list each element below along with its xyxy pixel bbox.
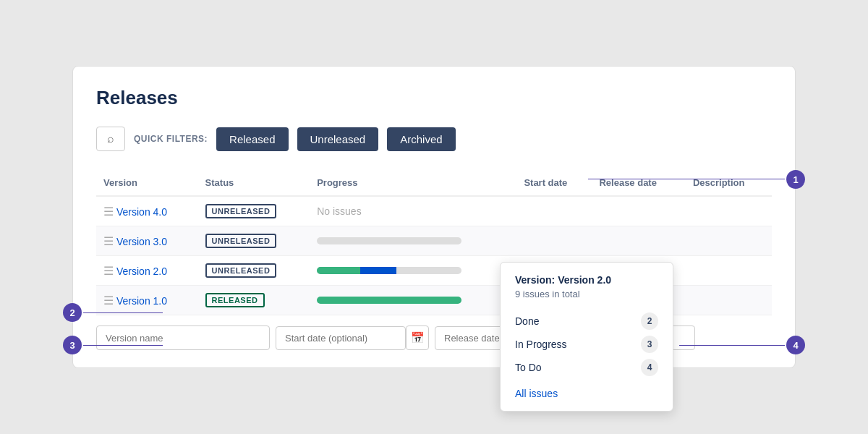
popup-stat-count: 2 xyxy=(641,312,658,330)
search-icon: ⌕ xyxy=(107,132,114,145)
popup-title: Version: Version 2.0 xyxy=(515,274,658,286)
filter-unreleased-button[interactable]: Unreleased xyxy=(297,127,379,151)
cell-release-date xyxy=(592,196,685,226)
progress-bar xyxy=(317,297,461,304)
cell-description xyxy=(686,226,772,256)
start-date-input[interactable] xyxy=(276,326,406,350)
annotation-2: 2 xyxy=(63,303,82,322)
annotation-line-3 xyxy=(83,345,163,346)
drag-handle-icon[interactable]: ☰ xyxy=(103,235,114,247)
version-link[interactable]: Version 2.0 xyxy=(116,265,167,277)
cell-start-date xyxy=(516,226,592,256)
progress-bar xyxy=(317,267,461,274)
filters-row: ⌕ QUICK FILTERS: Released Unreleased Arc… xyxy=(96,127,772,151)
drag-handle-icon[interactable]: ☰ xyxy=(103,265,114,277)
popup-stat-row: To Do4 xyxy=(515,356,658,379)
filter-released-button[interactable]: Released xyxy=(216,127,288,151)
version-name-input[interactable] xyxy=(96,326,270,350)
annotation-line-4 xyxy=(679,345,785,346)
main-card: Releases ⌕ QUICK FILTERS: Released Unrel… xyxy=(72,66,796,368)
progress-done xyxy=(317,267,360,274)
cell-release-date xyxy=(592,226,685,256)
cell-description xyxy=(686,196,772,226)
search-box[interactable]: ⌕ xyxy=(96,127,125,151)
table-row: ☰Version 4.0UNRELEASEDNo issues xyxy=(96,196,772,226)
progress-bar xyxy=(317,237,461,244)
popup-stat-count: 4 xyxy=(641,359,658,376)
page-title: Releases xyxy=(96,87,772,109)
version-link[interactable]: Version 4.0 xyxy=(116,206,167,218)
col-description: Description xyxy=(686,171,772,196)
cell-description xyxy=(686,256,772,286)
status-badge: UNRELEASED xyxy=(205,234,277,248)
start-date-group: 📅 xyxy=(276,326,429,350)
popup-stat-label: In Progress xyxy=(515,339,567,350)
progress-inprogress xyxy=(360,267,396,274)
annotation-3: 3 xyxy=(63,336,82,354)
col-version: Version xyxy=(96,171,198,196)
progress-done xyxy=(317,297,461,304)
popup-stat-count: 3 xyxy=(641,336,658,353)
col-start-date: Start date xyxy=(516,171,592,196)
annotation-line-1 xyxy=(588,179,785,179)
status-badge: UNRELEASED xyxy=(205,263,277,278)
col-status: Status xyxy=(198,171,310,196)
popup-all-issues-link[interactable]: All issues xyxy=(515,388,658,399)
popup-stat-label: To Do xyxy=(515,362,542,373)
popup-stat-row: Done2 xyxy=(515,310,658,333)
table-row: ☰Version 3.0UNRELEASED xyxy=(96,226,772,256)
status-badge: UNRELEASED xyxy=(205,204,277,218)
annotation-4: 4 xyxy=(786,336,805,354)
table-header-row: Version Status Progress Start date Relea… xyxy=(96,171,772,196)
annotation-1: 1 xyxy=(786,170,805,189)
drag-handle-icon[interactable]: ☰ xyxy=(103,294,114,307)
progress-text: No issues xyxy=(317,205,361,217)
start-date-calendar-icon[interactable]: 📅 xyxy=(406,326,429,350)
col-release-date: Release date xyxy=(592,171,685,196)
popup-subtitle: 9 issues in total xyxy=(515,289,658,299)
version-link[interactable]: Version 3.0 xyxy=(116,236,167,247)
quick-filters-label: QUICK FILTERS: xyxy=(134,134,208,144)
annotation-line-2 xyxy=(83,312,163,313)
version-popup: Version: Version 2.0 9 issues in total D… xyxy=(500,262,673,412)
status-badge: RELEASED xyxy=(205,293,265,307)
col-progress: Progress xyxy=(310,171,516,196)
cell-start-date xyxy=(516,196,592,226)
version-link[interactable]: Version 1.0 xyxy=(116,295,167,307)
filter-archived-button[interactable]: Archived xyxy=(387,127,455,151)
popup-stat-row: In Progress3 xyxy=(515,333,658,356)
drag-handle-icon[interactable]: ☰ xyxy=(103,205,114,218)
cell-description xyxy=(686,286,772,315)
popup-stat-label: Done xyxy=(515,315,539,327)
